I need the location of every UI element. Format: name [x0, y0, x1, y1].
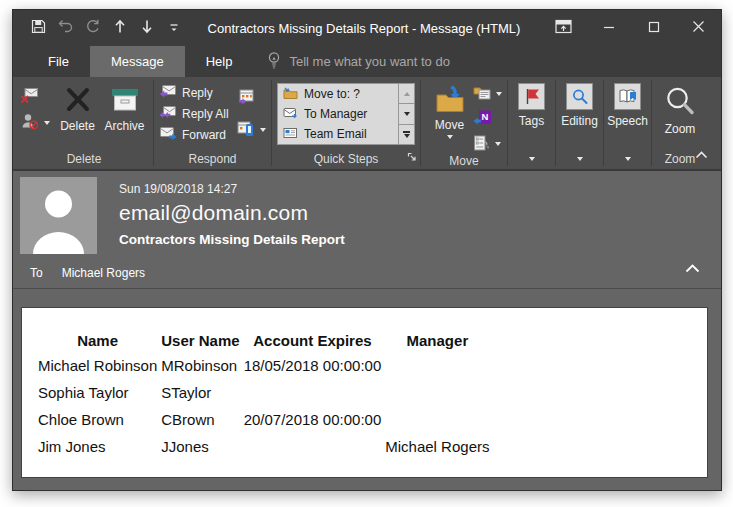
- speech-read-aloud-icon: [614, 83, 641, 110]
- close-button[interactable]: [676, 10, 721, 46]
- message-header: Sun 19/08/2018 14:27 email@domain.com Co…: [13, 171, 721, 289]
- quick-step-label: Team Email: [304, 127, 367, 141]
- speech-button[interactable]: Speech: [604, 77, 651, 169]
- to-recipient[interactable]: Michael Rogers: [62, 266, 145, 280]
- rules-button[interactable]: [473, 85, 502, 103]
- actions-button[interactable]: [473, 135, 502, 153]
- editing-button[interactable]: Editing: [556, 77, 603, 169]
- ribbon-display-options-icon: [555, 19, 572, 38]
- save-button[interactable]: [25, 14, 52, 42]
- cell-account-expires: 20/07/2018 00:00:00: [244, 411, 386, 438]
- save-icon: [31, 19, 46, 38]
- tags-label: Tags: [519, 114, 544, 128]
- ribbon-display-options-button[interactable]: [541, 10, 586, 46]
- reply-all-label: Reply All: [182, 107, 229, 121]
- column-header-name: Name: [38, 332, 161, 357]
- ribbon-tab-row: File Message Help Tell me what you want …: [13, 46, 721, 77]
- quick-steps-dialog-launcher[interactable]: [407, 151, 417, 165]
- svg-text:N: N: [482, 111, 489, 122]
- archive-button-label: Archive: [104, 120, 144, 133]
- gallery-scroll-up-button[interactable]: [399, 84, 414, 104]
- tags-flag-icon: [518, 83, 545, 110]
- move-folder-icon: [434, 86, 466, 116]
- forward-button[interactable]: Forward: [159, 126, 237, 144]
- meeting-button[interactable]: [237, 89, 266, 107]
- window-title: Contractors Missing Details Report - Mes…: [187, 21, 541, 36]
- more-respond-actions-icon: [237, 121, 255, 140]
- redo-button[interactable]: [79, 14, 106, 42]
- onenote-button[interactable]: N: [473, 110, 502, 128]
- quick-step-move-to[interactable]: Move to: ?: [278, 84, 398, 104]
- column-header-user-name: User Name: [161, 332, 243, 357]
- minimize-icon: [603, 19, 615, 37]
- quick-steps-group-label: Quick Steps: [314, 152, 379, 166]
- table-row: Michael Robinson MRobinson 18/05/2018 00…: [38, 357, 493, 384]
- ignore-button[interactable]: [20, 87, 50, 105]
- tab-message[interactable]: Message: [90, 46, 185, 77]
- collapse-header-button[interactable]: [685, 259, 700, 277]
- forward-label: Forward: [182, 128, 226, 142]
- cell-manager: [385, 357, 493, 384]
- cell-user-name: JJones: [161, 438, 243, 465]
- move-button[interactable]: Move: [426, 81, 473, 139]
- customize-quick-access-button[interactable]: [160, 14, 187, 42]
- reply-icon: [159, 84, 177, 102]
- tell-me-label: Tell me what you want to do: [289, 54, 449, 69]
- collapse-ribbon-button[interactable]: [695, 148, 708, 162]
- delete-group: Delete Archive Delete: [15, 77, 153, 169]
- redo-icon: [85, 19, 100, 38]
- speech-dropdown-icon: [625, 157, 631, 161]
- previous-item-button[interactable]: [106, 14, 133, 42]
- more-respond-actions-button[interactable]: [237, 121, 266, 139]
- next-item-button[interactable]: [133, 14, 160, 42]
- message-date: Sun 19/08/2018 14:27: [119, 182, 345, 196]
- delete-x-icon: [63, 86, 93, 117]
- zoom-button[interactable]: Zoom: [657, 81, 703, 136]
- minimize-button[interactable]: [586, 10, 631, 46]
- quick-steps-scrollbar: [398, 83, 415, 145]
- editing-label: Editing: [561, 114, 598, 128]
- window-controls: [541, 10, 721, 46]
- archive-button[interactable]: Archive: [101, 81, 148, 133]
- tab-file[interactable]: File: [27, 46, 90, 77]
- undo-icon: [58, 19, 74, 37]
- actions-dropdown-icon: [495, 142, 501, 146]
- editing-find-icon: [566, 83, 593, 110]
- gallery-more-button[interactable]: [399, 125, 414, 144]
- move-dropdown-icon: [447, 135, 453, 139]
- gallery-scroll-down-button[interactable]: [399, 104, 414, 124]
- arrow-up-icon: [113, 19, 127, 38]
- quick-steps-gallery: Move to: ? To Manager Team: [277, 83, 398, 145]
- delete-button-label: Delete: [60, 120, 95, 133]
- tags-button[interactable]: Tags: [508, 77, 555, 169]
- team-email-icon: [283, 127, 298, 142]
- tell-me-box[interactable]: Tell me what you want to do: [267, 46, 449, 77]
- junk-dropdown-icon: [44, 121, 50, 125]
- customize-toolbar-icon: [169, 19, 179, 37]
- speech-label: Speech: [607, 114, 648, 128]
- reply-all-button[interactable]: Reply All: [159, 105, 237, 123]
- table-row: Sophia Taylor STaylor: [38, 384, 493, 411]
- tab-help[interactable]: Help: [185, 46, 254, 77]
- quick-step-team-email[interactable]: Team Email: [278, 124, 398, 144]
- message-subject: Contractors Missing Details Report: [119, 232, 345, 247]
- undo-button[interactable]: [52, 14, 79, 42]
- maximize-button[interactable]: [631, 10, 676, 46]
- close-icon: [692, 19, 705, 37]
- move-button-label: Move: [435, 119, 464, 132]
- onenote-icon: N: [473, 110, 492, 129]
- to-manager-envelope-icon: [283, 107, 298, 122]
- meeting-icon: [237, 89, 255, 107]
- cell-name: Sophia Taylor: [38, 384, 161, 411]
- quick-step-to-manager[interactable]: To Manager: [278, 104, 398, 124]
- cell-account-expires: [244, 438, 386, 465]
- editing-dropdown-icon: [577, 157, 583, 161]
- delete-button[interactable]: Delete: [54, 81, 101, 133]
- respond-group: Reply Reply All Forward: [154, 77, 271, 169]
- junk-person-icon: [20, 113, 39, 133]
- message-sender[interactable]: email@domain.com: [119, 201, 345, 225]
- title-bar: Contractors Missing Details Report - Mes…: [13, 10, 721, 46]
- reply-button[interactable]: Reply: [159, 84, 237, 102]
- message-body: Name User Name Account Expires Manager M…: [21, 307, 708, 478]
- junk-button[interactable]: [20, 114, 50, 132]
